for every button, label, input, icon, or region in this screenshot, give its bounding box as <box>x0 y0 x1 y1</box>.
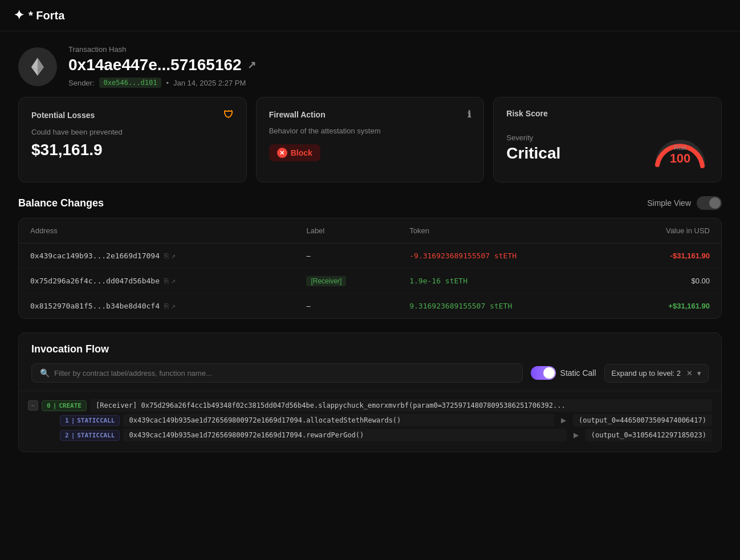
expand-control[interactable]: Expand up to level: 2 ✕ ▾ <box>604 364 709 383</box>
transaction-section: Transaction Hash 0x14ae447e...57165162 ↗… <box>0 31 740 97</box>
col-label: Label <box>295 218 398 244</box>
row-token: 1.9e-16 stETH <box>398 269 611 294</box>
flow-separator: | <box>71 432 75 439</box>
search-input[interactable] <box>54 369 514 378</box>
address-icons: ⎘ ↗ <box>164 302 176 310</box>
flow-separator: | <box>71 417 75 424</box>
flow-row-inner: − 0 | CREATE [Receiver] 0x75d296a26f4cc1… <box>28 399 712 412</box>
risk-score-title: Risk Score <box>506 109 709 118</box>
severity-label: Severity <box>506 133 560 142</box>
static-call-switch[interactable] <box>531 366 556 380</box>
ethereum-icon <box>18 47 57 86</box>
balance-changes-title: Balance Changes <box>18 197 104 209</box>
copy-icon[interactable]: ⎘ <box>164 251 169 260</box>
header: ✦ * Forta <box>0 0 740 31</box>
firewall-action-card: Firewall Action ℹ Behavior of the attest… <box>256 97 485 182</box>
table-row: 0x75d296a26f4c...dd047d56b4be ⎘ ↗ [Recei… <box>19 269 721 294</box>
row-value: $0.00 <box>612 269 721 294</box>
tx-hash: 0x14ae447e...57165162 ↗ <box>68 56 256 74</box>
block-label: Block <box>291 148 312 157</box>
potential-losses-card: Potential Losses 🛡 Could have been preve… <box>18 97 247 182</box>
table-row: 0x439cac149b93...2e1669d17094 ⎘ ↗ – -9.3… <box>19 244 721 269</box>
flow-code: 0x439cac149b935ae1d726569800972e1669d170… <box>123 414 554 427</box>
tx-timestamp: Jan 14, 2025 2:27 PM <box>173 79 246 87</box>
receiver-badge: [Receiver] <box>306 276 346 286</box>
risk-text: Severity Critical <box>506 133 560 163</box>
shield-icon: 🛡 <box>223 109 234 121</box>
severity-value: Critical <box>506 144 560 163</box>
search-icon: 🔍 <box>40 368 50 378</box>
row-label: – <box>295 244 398 269</box>
row-value: -$31,161.90 <box>612 244 721 269</box>
flow-body: − 0 | CREATE [Receiver] 0x75d296a26f4cc1… <box>19 391 721 452</box>
external-link-icon[interactable]: ↗ <box>171 277 176 285</box>
col-address: Address <box>19 218 295 244</box>
flow-level-badge: 0 | CREATE <box>42 400 87 411</box>
row-label: – <box>295 294 398 319</box>
flow-type: STATICCALL <box>77 432 115 439</box>
flow-code: 0x439cac149b935ae1d726569800972e1669d170… <box>123 429 566 441</box>
flow-level: 1 <box>65 417 69 424</box>
address-icons: ⎘ ↗ <box>164 277 176 285</box>
address-text: 0x439cac149b93...2e1669d17094 <box>30 251 160 260</box>
flow-level-badge: 1 | STATICCALL <box>60 415 120 426</box>
logo-text: * Forta <box>29 9 64 22</box>
flow-level: 2 <box>65 432 69 439</box>
tx-dot: • <box>166 79 169 87</box>
simple-view-switch[interactable] <box>697 196 722 210</box>
chevron-down-icon[interactable]: ▾ <box>697 369 701 378</box>
risk-word: Risk <box>670 144 691 151</box>
flow-arrow: ▶ <box>574 431 579 439</box>
row-address: 0x75d296a26f4c...dd047d56b4be ⎘ ↗ <box>19 269 295 294</box>
row-label: [Receiver] <box>295 269 398 294</box>
tx-hash-value: 0x14ae447e...57165162 <box>68 56 242 74</box>
logo: ✦ * Forta <box>14 8 64 23</box>
simple-view-label: Simple View <box>647 198 691 208</box>
flow-output: (output_0=31056412297185023) <box>586 429 712 441</box>
potential-losses-value: $31,161.9 <box>31 141 234 159</box>
invocation-controls: 🔍 Static Call Expand up to level: 2 ✕ ▾ <box>31 363 709 383</box>
external-link-icon[interactable]: ↗ <box>171 251 176 260</box>
address-icons: ⎘ ↗ <box>164 251 176 260</box>
external-link-icon[interactable]: ↗ <box>247 59 256 71</box>
flow-row-inner: 1 | STATICCALL 0x439cac149b935ae1d726569… <box>46 414 712 427</box>
col-value: Value in USD <box>612 218 721 244</box>
transaction-info: Transaction Hash 0x14ae447e...57165162 ↗… <box>68 45 256 88</box>
flow-level: 0 <box>47 402 51 409</box>
expand-label: Expand up to level: 2 <box>612 369 681 378</box>
external-link-icon[interactable]: ↗ <box>171 302 176 310</box>
row-address: 0x439cac149b93...2e1669d17094 ⎘ ↗ <box>19 244 295 269</box>
static-call-knob <box>543 367 555 379</box>
collapse-button[interactable]: − <box>28 400 38 411</box>
logo-star-icon: ✦ <box>14 8 24 23</box>
risk-score-card: Risk Score Severity Critical Risk 100 <box>493 97 722 182</box>
col-token: Token <box>398 218 611 244</box>
invocation-box: Invocation Flow 🔍 Static Call Expand up … <box>18 332 722 452</box>
flow-separator: | <box>53 402 57 409</box>
flow-row: 1 | STATICCALL 0x439cac149b935ae1d726569… <box>28 414 712 427</box>
address-text: 0x75d296a26f4c...dd047d56b4be <box>30 277 160 285</box>
balance-changes-section: Balance Changes Simple View Address Labe… <box>0 196 740 332</box>
block-badge: ✕ Block <box>269 144 320 161</box>
table-row: 0x8152970a81f5...b34be8d40cf4 ⎘ ↗ – 9.31… <box>19 294 721 319</box>
copy-icon[interactable]: ⎘ <box>164 277 169 285</box>
firewall-action-subtitle: Behavior of the attestation system <box>269 127 471 135</box>
flow-level-badge: 2 | STATICCALL <box>60 430 120 441</box>
invocation-title: Invocation Flow <box>31 343 709 355</box>
copy-icon[interactable]: ⎘ <box>164 302 169 310</box>
toggle-knob <box>709 197 721 209</box>
risk-card-inner: Severity Critical Risk 100 <box>506 125 709 171</box>
flow-row: − 0 | CREATE [Receiver] 0x75d296a26f4cc1… <box>28 399 712 412</box>
expand-close-icon[interactable]: ✕ <box>686 369 693 378</box>
flow-type: STATICCALL <box>77 417 115 424</box>
row-value: +$31,161.90 <box>612 294 721 319</box>
row-token: -9.316923689155507 stETH <box>398 244 611 269</box>
flow-arrow: ▶ <box>561 416 566 424</box>
static-call-label: Static Call <box>560 368 596 378</box>
invocation-flow-section: Invocation Flow 🔍 Static Call Expand up … <box>0 332 740 466</box>
sender-address: 0xe546...d101 <box>99 78 162 88</box>
row-address: 0x8152970a81f5...b34be8d40cf4 ⎘ ↗ <box>19 294 295 319</box>
firewall-action-title: Firewall Action ℹ <box>269 109 471 120</box>
potential-losses-subtitle: Could have been prevented <box>31 128 234 136</box>
flow-row-inner: 2 | STATICCALL 0x439cac149b935ae1d726569… <box>46 429 712 441</box>
